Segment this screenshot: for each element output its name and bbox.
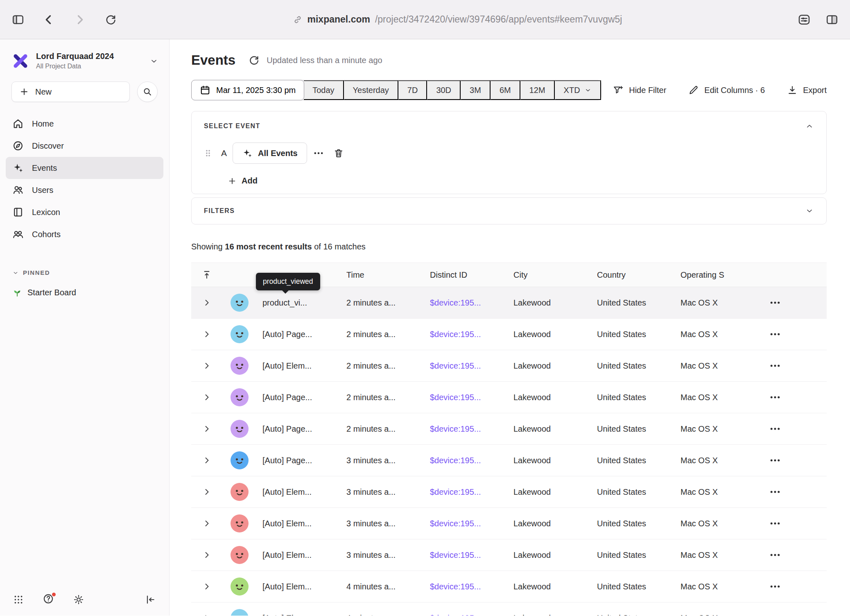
workspace-switcher[interactable]: Lord Farquaad 2024 All Project Data bbox=[0, 39, 169, 72]
gear-icon[interactable] bbox=[73, 594, 84, 605]
distinct-id-link[interactable]: $device:195... bbox=[424, 393, 508, 402]
sidebar-item-label: Lexicon bbox=[32, 208, 60, 217]
more-options-icon[interactable] bbox=[313, 147, 324, 159]
expand-row-icon[interactable] bbox=[191, 298, 222, 308]
refresh-data-icon[interactable] bbox=[248, 54, 260, 66]
drag-handle-icon[interactable] bbox=[204, 148, 212, 158]
add-event-button[interactable]: Add bbox=[227, 174, 258, 188]
row-more-icon[interactable] bbox=[765, 580, 827, 593]
sidebar-item-label: Discover bbox=[32, 141, 64, 151]
expand-row-icon[interactable] bbox=[191, 392, 222, 402]
row-more-icon[interactable] bbox=[765, 297, 827, 309]
apps-grid-icon[interactable] bbox=[13, 594, 24, 605]
search-button[interactable] bbox=[137, 82, 158, 102]
table-row[interactable]: [Auto] Page... 2 minutes a... $device:19… bbox=[191, 319, 827, 350]
row-more-icon[interactable] bbox=[765, 549, 827, 561]
table-row[interactable]: [Auto] Elem... 3 minutes a... $device:19… bbox=[191, 539, 827, 571]
column-header-distinct-id[interactable]: Distinct ID bbox=[424, 270, 508, 280]
range-3m[interactable]: 3M bbox=[461, 80, 491, 100]
column-header-os[interactable]: Operating S bbox=[675, 270, 765, 280]
chevron-down-icon[interactable] bbox=[805, 206, 814, 215]
range-6m[interactable]: 6M bbox=[491, 80, 520, 100]
expand-row-icon[interactable] bbox=[191, 329, 222, 339]
distinct-id-link[interactable]: $device:195... bbox=[424, 298, 508, 308]
sidebar-item-events[interactable]: Events bbox=[6, 157, 163, 179]
row-more-icon[interactable] bbox=[765, 360, 827, 372]
row-more-icon[interactable] bbox=[765, 423, 827, 435]
table-row[interactable]: [Auto] Elem... 4 minutes a... $device:19… bbox=[191, 571, 827, 602]
row-more-icon[interactable] bbox=[765, 328, 827, 340]
table-row[interactable]: [Auto] Elem... 3 minutes a... $device:19… bbox=[191, 476, 827, 508]
column-header-time[interactable]: Time bbox=[341, 270, 424, 280]
collapse-sidebar-icon[interactable] bbox=[145, 594, 156, 605]
range-30d[interactable]: 30D bbox=[427, 80, 461, 100]
event-name-cell: [Auto] Elem... bbox=[257, 614, 341, 616]
table-row[interactable]: [Auto] Page... 3 minutes a... $device:19… bbox=[191, 445, 827, 476]
distinct-id-link[interactable]: $device:195... bbox=[424, 456, 508, 465]
sidebar-item-cohorts[interactable]: Cohorts bbox=[6, 223, 163, 245]
sidebar-item-label: Users bbox=[32, 186, 53, 195]
distinct-id-link[interactable]: $device:195... bbox=[424, 487, 508, 497]
page-settings-icon[interactable] bbox=[798, 13, 811, 26]
distinct-id-link[interactable]: $device:195... bbox=[424, 519, 508, 528]
trash-icon[interactable] bbox=[333, 148, 344, 159]
expand-row-icon[interactable] bbox=[191, 613, 222, 616]
table-row[interactable]: [Auto] Elem... 3 minutes a... $device:19… bbox=[191, 508, 827, 539]
pinned-section-header[interactable]: PINNED bbox=[0, 269, 169, 276]
sidebar-toggle-icon[interactable] bbox=[11, 13, 25, 26]
distinct-id-link[interactable]: $device:195... bbox=[424, 330, 508, 339]
row-more-icon[interactable] bbox=[765, 486, 827, 498]
table-row[interactable]: [Auto] Page... 2 minutes a... $device:19… bbox=[191, 413, 827, 445]
table-row[interactable]: [Auto] Page... 2 minutes a... $device:19… bbox=[191, 382, 827, 413]
expand-row-icon[interactable] bbox=[191, 519, 222, 528]
refresh-icon[interactable] bbox=[104, 13, 117, 26]
row-more-icon[interactable] bbox=[765, 517, 827, 530]
event-selector-chip[interactable]: All Events bbox=[233, 143, 307, 164]
hide-filter-button[interactable]: Hide Filter bbox=[613, 85, 666, 95]
expand-row-icon[interactable] bbox=[191, 487, 222, 497]
distinct-id-link[interactable]: $device:195... bbox=[424, 614, 508, 616]
range-today[interactable]: Today bbox=[304, 80, 344, 100]
table-row[interactable]: [Auto] Elem... 4 minutes a... $device:19… bbox=[191, 602, 827, 616]
edit-columns-button[interactable]: Edit Columns · 6 bbox=[688, 85, 765, 95]
distinct-id-link[interactable]: $device:195... bbox=[424, 424, 508, 434]
expand-row-icon[interactable] bbox=[191, 361, 222, 371]
sidebar-item-discover[interactable]: Discover bbox=[6, 135, 163, 157]
forward-icon[interactable] bbox=[73, 13, 87, 27]
range-xtd[interactable]: XTD bbox=[555, 80, 601, 100]
expand-row-icon[interactable] bbox=[191, 582, 222, 591]
column-header-city[interactable]: City bbox=[508, 270, 591, 280]
column-header-country[interactable]: Country bbox=[591, 270, 675, 280]
city-cell: Lakewood bbox=[508, 361, 591, 371]
city-cell: Lakewood bbox=[508, 424, 591, 434]
event-row-letter: A bbox=[221, 148, 227, 158]
range-7d[interactable]: 7D bbox=[398, 80, 427, 100]
sidebar-item-lexicon[interactable]: Lexicon bbox=[6, 201, 163, 223]
range-yesterday[interactable]: Yesterday bbox=[344, 80, 398, 100]
row-more-icon[interactable] bbox=[765, 454, 827, 467]
range-12m[interactable]: 12M bbox=[520, 80, 555, 100]
expand-row-icon[interactable] bbox=[191, 424, 222, 434]
table-row[interactable]: [Auto] Elem... 2 minutes a... $device:19… bbox=[191, 350, 827, 382]
collapse-rows-icon[interactable] bbox=[191, 270, 222, 280]
date-picker-button[interactable]: Mar 11, 2025 3:30 pm bbox=[191, 80, 304, 100]
export-button[interactable]: Export bbox=[787, 85, 827, 95]
back-icon[interactable] bbox=[42, 13, 56, 27]
expand-row-icon[interactable] bbox=[191, 550, 222, 560]
row-more-icon[interactable] bbox=[765, 391, 827, 403]
download-icon bbox=[787, 85, 798, 95]
chevron-up-icon[interactable] bbox=[805, 122, 814, 131]
address-bar[interactable]: mixpanel.com/project/3472420/view/397469… bbox=[117, 14, 798, 25]
distinct-id-link[interactable]: $device:195... bbox=[424, 582, 508, 591]
time-cell: 2 minutes a... bbox=[341, 393, 424, 402]
sidebar-item-starter-board[interactable]: Starter Board bbox=[0, 288, 169, 297]
row-more-icon[interactable] bbox=[765, 612, 827, 616]
new-button[interactable]: New bbox=[11, 82, 130, 102]
sidebar-item-users[interactable]: Users bbox=[6, 179, 163, 201]
distinct-id-link[interactable]: $device:195... bbox=[424, 550, 508, 560]
avatar bbox=[231, 388, 249, 406]
expand-row-icon[interactable] bbox=[191, 455, 222, 465]
split-view-icon[interactable] bbox=[825, 13, 839, 26]
distinct-id-link[interactable]: $device:195... bbox=[424, 361, 508, 371]
sidebar-item-home[interactable]: Home bbox=[6, 113, 163, 135]
